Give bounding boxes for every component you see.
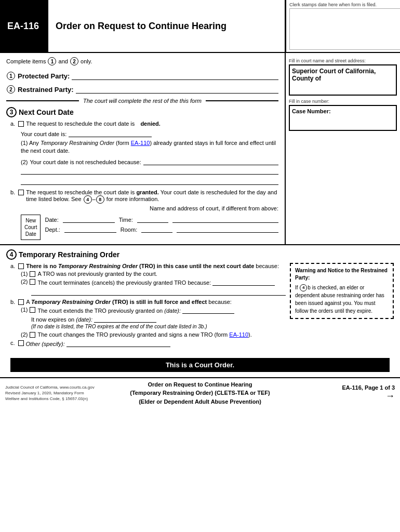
footer-center1: Order on Request to Continue Hearing [105, 380, 295, 389]
date-time-row: Date: Time: [45, 215, 278, 223]
court-name-value: Superior Court of California, County of [292, 68, 376, 82]
divider-row: The court will complete the rest of the … [6, 98, 278, 104]
3b-checkbox[interactable] [18, 190, 24, 195]
case-number-bold: Case Number: [292, 108, 331, 114]
new-court-label2: Court [24, 224, 37, 231]
ea110-link1[interactable]: EA-110 [131, 140, 150, 146]
new-court-label: New Court Date [21, 215, 41, 240]
4c-input[interactable] [66, 340, 170, 347]
4a-label: a. [10, 263, 15, 269]
page: EA-116 Order on Request to Continue Hear… [0, 0, 400, 532]
footer-right1: EA-116, Page 1 of 3 [300, 384, 395, 391]
warning-box: Warning and Notice to the Restrained Par… [290, 263, 394, 319]
sub1-para: (1) Any Temporary Restraining Order (for… [21, 139, 278, 155]
case-number-box[interactable]: Case Number: [289, 105, 397, 131]
4b-sub2-num: (2) [21, 331, 28, 338]
circle-2: 2 [70, 57, 78, 65]
3b-granted: granted. [136, 189, 158, 195]
reschedule-reason-row: (2) Your court date is not rescheduled b… [21, 157, 278, 165]
4b-tro-abbr: (TRO) is still in full force and effect [112, 299, 207, 305]
date-label: Date: [45, 217, 58, 223]
footer-center2: (Temporary Restraining Order) (CLETS-TEA… [105, 389, 295, 397]
section3-header: 3 Next Court Date [6, 107, 278, 117]
court-name-box[interactable]: Superior Court of California, County of [289, 64, 397, 96]
case-number-label: Fill in case number: [289, 99, 397, 104]
4a-abbr: (TRO) in this case until the next court … [139, 263, 254, 269]
protected-party-input[interactable] [72, 71, 278, 80]
header-title: Order on Request to Continue Hearing [47, 0, 286, 52]
s4-layout: a. There is no Temporary Restraining Ord… [6, 263, 394, 349]
reschedule-reason-input[interactable] [143, 157, 278, 165]
section4a-row: a. There is no Temporary Restraining Ord… [10, 263, 286, 269]
circle-8-ref: 8 [96, 195, 104, 204]
section4-header: 4 Temporary Restraining Order [6, 249, 394, 260]
room-input[interactable] [141, 224, 172, 233]
only-text: only. [81, 58, 92, 64]
4b-sub2-text: The court changes the TRO previously gra… [37, 331, 251, 338]
new-court-label3: Date [24, 231, 37, 237]
4a-sub1-text: A TRO was not previously granted by the … [37, 271, 157, 277]
court-date-input[interactable] [69, 129, 152, 137]
time-input[interactable] [137, 215, 168, 223]
4a-sub2-text: The court terminates (cancels) the previ… [37, 278, 275, 286]
restrained-party-input[interactable] [76, 84, 278, 94]
section4b-sub2-row: (2) The court changes the TRO previously… [21, 331, 286, 338]
4a-sub1-checkbox[interactable] [30, 271, 35, 277]
warning-text: If 4b is checked, an elder or dependent … [295, 284, 389, 315]
footer-center: Order on Request to Continue Hearing (Te… [105, 380, 295, 406]
ea110-link2[interactable]: EA-110 [229, 331, 248, 338]
4b-sub2-text-content: The court changes the TRO previously gra… [37, 331, 228, 338]
4a-text: There is no Temporary Restraining Order … [26, 263, 279, 269]
4a-sub2-text-content: The court terminates (cancels) the previ… [37, 280, 211, 286]
sub1-italic: Temporary Restraining Order [41, 140, 114, 146]
header: EA-116 Order on Request to Continue Hear… [0, 0, 400, 53]
4a-sub2-num: (2) [21, 278, 28, 285]
3a-checkbox[interactable] [18, 121, 24, 127]
4b-sub1-text: The court extends the TRO previously gra… [37, 307, 234, 314]
divider-line-left [6, 100, 79, 101]
footer-left1: Judicial Council of California, www.cour… [5, 384, 100, 390]
footer-form-id: EA-116, [342, 384, 363, 391]
clerk-stamp-section: Clerk stamps date here when form is file… [286, 0, 400, 52]
divider-text: The court will complete the rest of the … [83, 98, 202, 104]
date-input[interactable] [63, 215, 115, 223]
4a-checkbox[interactable] [18, 263, 24, 269]
court-order-banner: This is a Court Order. [10, 358, 390, 372]
4b-sub1-date-label: (date): [164, 308, 181, 314]
3a-denied: denied. [140, 121, 161, 127]
4a-extra-line [31, 287, 286, 296]
4b-checkbox[interactable] [18, 299, 24, 305]
protected-party-row: 1 Protected Party: [6, 71, 278, 80]
section3a-row: a. The request to reschedule the court d… [10, 121, 278, 127]
room-label: Room: [121, 227, 137, 233]
4a-because: because: [256, 263, 279, 269]
4b-sub1-checkbox[interactable] [30, 307, 35, 313]
restrained-party-text: Restrained Party: [18, 86, 74, 94]
clerk-stamp-area [289, 8, 400, 50]
court-date-label: Your court date is: [21, 131, 66, 137]
4b-expires-row: It now expires on (date): [31, 315, 286, 323]
4c-checkbox[interactable] [18, 340, 24, 346]
4b-sub1-date-input[interactable] [182, 307, 234, 314]
dept-input[interactable] [64, 224, 116, 233]
addr-line2 [177, 224, 278, 233]
4b-expires-input[interactable] [94, 315, 156, 323]
4a-sub2-input[interactable] [212, 278, 275, 286]
4a-sub2-checkbox[interactable] [30, 279, 35, 285]
addr-lines-bottom [177, 224, 278, 233]
and-text: and [59, 58, 68, 64]
dept-label: Dept.: [45, 227, 60, 233]
complete-text: Complete items [6, 58, 46, 64]
circle-1b: 1 [7, 72, 15, 80]
4b-sub2-checkbox[interactable] [30, 332, 35, 338]
clerk-stamp-label: Clerk stamps date here when form is file… [289, 2, 397, 7]
name-addr-label: Name and address of court, if different … [10, 205, 278, 211]
4a-bold: There is no [26, 263, 57, 269]
4c-text: Other (specify): [26, 340, 170, 347]
footer-right: EA-116, Page 1 of 3 → [300, 384, 395, 402]
sub2-text: Your court date is not rescheduled becau… [30, 159, 141, 165]
4b-label: b. [10, 299, 15, 305]
footer-left3: Welfare and Institutions Code, § 15657.0… [5, 396, 100, 402]
time-label: Time: [119, 217, 133, 223]
section4a-sub2-row: (2) The court terminates (cancels) the p… [21, 278, 286, 286]
